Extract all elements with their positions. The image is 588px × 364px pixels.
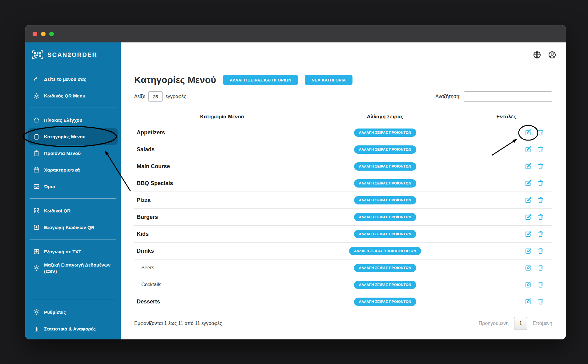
sidebar: SCAN2ORDER Δείτε το μενού σαςΚωδικός QR … (25, 42, 121, 339)
change-order-button[interactable]: ΑΛΛΑΓΗ ΣΕΙΡΑΣ ΠΡΟΪΟΝΤΩΝ (354, 129, 416, 137)
search-input[interactable] (464, 91, 552, 102)
zoom-window-button[interactable] (49, 32, 54, 36)
gear-icon (33, 265, 40, 271)
trash-icon[interactable] (537, 129, 544, 136)
minimize-window-button[interactable] (41, 32, 46, 36)
trash-icon[interactable] (537, 298, 544, 305)
change-order-button[interactable]: ΑΛΛΑΓΗ ΣΕΙΡΑΣ ΠΡΟΪΟΝΤΩΝ (354, 281, 416, 289)
entries-select[interactable]: 25 (148, 91, 163, 102)
trash-icon[interactable] (537, 180, 544, 187)
sidebar-item-settings[interactable]: Ρυθμίσεις (25, 304, 121, 320)
home-icon (33, 117, 40, 123)
sidebar-group: Κωδικοί QRΕξαγωγή Κωδικών QR (25, 202, 121, 235)
pagination-previous[interactable]: Προηγούμενη (479, 321, 509, 326)
sidebar-group: Εξαγωγή σε TXTΜαζική Εισαγωγή Δεδομένων … (25, 243, 121, 276)
sidebar-divider (30, 198, 116, 199)
table-footer: Εμφανίζονται 1 έως 11 από 11 εγγραφές Πρ… (134, 310, 552, 330)
sidebar-item-terms[interactable]: Όροι (25, 178, 121, 195)
sidebar-item-export-qr-codes[interactable]: Εξαγωγή Κωδικών QR (25, 219, 121, 235)
edit-icon[interactable] (525, 247, 532, 255)
change-order-button[interactable]: ΑΛΛΑΓΗ ΣΕΙΡΑΣ ΠΡΟΪΟΝΤΩΝ (354, 179, 416, 188)
commands-cell (460, 196, 552, 204)
edit-icon[interactable] (525, 281, 532, 288)
pagination-next[interactable]: Επόμενη (533, 321, 552, 326)
change-order-button[interactable]: ΑΛΛΑΓΗ ΣΕΙΡΑΣ ΠΡΟΪΟΝΤΩΝ (354, 298, 416, 306)
pagination-page-1[interactable]: 1 (514, 317, 527, 330)
change-order-button[interactable]: ΑΛΛΑΓΗ ΣΕΙΡΑΣ ΠΡΟΪΟΝΤΩΝ (354, 196, 416, 204)
sidebar-item-dashboard[interactable]: Πίνακας Ελέγχου (25, 112, 121, 128)
change-order-button[interactable]: ΑΛΛΑΓΗ ΣΕΙΡΑΣ ΠΡΟΪΟΝΤΩΝ (354, 264, 416, 272)
trash-icon[interactable] (537, 213, 544, 221)
sidebar-item-label: Χαρακτηριστικά (44, 167, 80, 173)
download-icon (33, 224, 40, 231)
app-window: SCAN2ORDER Δείτε το μενού σαςΚωδικός QR … (25, 25, 566, 339)
page-title: Κατηγορίες Μενού (134, 75, 216, 85)
category-name: Pizza (134, 197, 310, 204)
sidebar-item-label: Κωδικοί QR (44, 208, 70, 214)
commands-cell (460, 264, 552, 271)
trash-icon[interactable] (537, 196, 544, 204)
user-icon[interactable] (548, 50, 557, 59)
order-cell: ΑΛΛΑΓΗ ΣΕΙΡΑΣ ΠΡΟΪΟΝΤΩΝ (310, 129, 460, 137)
order-cell: ΑΛΛΑΓΗ ΣΕΙΡΑΣ ΠΡΟΪΟΝΤΩΝ (310, 281, 460, 289)
title-row: Κατηγορίες Μενού ΑΛΛΑΓΗ ΣΕΙΡΑΣ ΚΑΤΗΓΟΡΙΩ… (134, 75, 552, 85)
trash-icon[interactable] (537, 230, 544, 238)
header-commands: Εντολές (460, 114, 552, 120)
sidebar-item-label: Όροι (44, 183, 55, 190)
table-row: PizzaΑΛΛΑΓΗ ΣΕΙΡΑΣ ΠΡΟΪΟΝΤΩΝ (134, 192, 552, 209)
edit-icon[interactable] (525, 180, 532, 187)
sidebar-item-attributes[interactable]: Χαρακτηριστικά (25, 161, 121, 178)
order-cell: ΑΛΛΑΓΗ ΣΕΙΡΑΣ ΠΡΟΪΟΝΤΩΝ (310, 196, 460, 204)
sidebar-nav: Δείτε το μενού σαςΚωδικός QR MenuΠίνακας… (25, 67, 121, 339)
edit-icon[interactable] (525, 230, 532, 238)
close-window-button[interactable] (33, 32, 37, 36)
change-order-button[interactable]: ΑΛΛΑΓΗ ΣΕΙΡΑΣ ΥΠΟΚΑΤΗΓΟΡΙΩΝ (349, 247, 421, 255)
window-titlebar (25, 25, 566, 42)
category-name: Drinks (134, 248, 310, 254)
globe-icon[interactable] (533, 50, 542, 59)
sidebar-item-view-your-menu[interactable]: Δείτε το μενού σας (25, 71, 121, 87)
change-order-button[interactable]: ΑΛΛΑΓΗ ΣΕΙΡΑΣ ΠΡΟΪΟΝΤΩΝ (354, 145, 416, 154)
topbar (121, 42, 566, 67)
trash-icon[interactable] (537, 247, 544, 255)
header-change-order: Αλλαγή Σειράς (310, 114, 460, 120)
change-order-button[interactable]: ΑΛΛΑΓΗ ΣΕΙΡΑΣ ΠΡΟΪΟΝΤΩΝ (354, 162, 416, 171)
entries-suffix-label: εγγραφές (166, 94, 186, 99)
sidebar-item-qr-codes[interactable]: Κωδικοί QR (25, 202, 121, 219)
sidebar-item-menu-products[interactable]: Προϊόντα Μενού (25, 145, 121, 161)
edit-icon[interactable] (525, 298, 532, 305)
edit-icon[interactable] (525, 264, 532, 271)
edit-icon[interactable] (525, 146, 532, 153)
table-info: Εμφανίζονται 1 έως 11 από 11 εγγραφές (134, 321, 222, 326)
category-name: -- Cocktails (134, 282, 310, 287)
new-category-button[interactable]: ΝΕΑ ΚΑΤΗΓΟΡΙΑ (305, 75, 352, 85)
sidebar-item-label: Δείτε το μενού σας (44, 76, 86, 82)
trash-icon[interactable] (537, 146, 544, 153)
sidebar-item-label: Κωδικός QR Menu (44, 93, 85, 99)
sidebar-item-qr-menu-code[interactable]: Κωδικός QR Menu (25, 87, 121, 104)
app-body: SCAN2ORDER Δείτε το μενού σαςΚωδικός QR … (25, 42, 566, 339)
commands-cell (460, 146, 552, 153)
category-name: Appetizers (134, 129, 310, 136)
change-order-button[interactable]: ΑΛΛΑΓΗ ΣΕΙΡΑΣ ΠΡΟΪΟΝΤΩΝ (354, 230, 416, 238)
sidebar-item-bulk-import-csv[interactable]: Μαζική Εισαγωγή Δεδομένων (CSV) (25, 260, 121, 276)
sidebar-item-label: Στατιστικά & Αναφορές (44, 326, 96, 332)
search-control: Αναζήτηση: (435, 91, 552, 102)
search-label: Αναζήτηση: (435, 94, 461, 99)
trash-icon[interactable] (537, 264, 544, 271)
trash-icon[interactable] (537, 281, 544, 288)
edit-icon[interactable] (525, 163, 532, 170)
trash-icon[interactable] (537, 163, 544, 170)
commands-cell (460, 281, 552, 288)
change-order-button[interactable]: ΑΛΛΑΓΗ ΣΕΙΡΑΣ ΠΡΟΪΟΝΤΩΝ (354, 213, 416, 221)
sidebar-item-export-txt[interactable]: Εξαγωγή σε TXT (25, 243, 121, 260)
sidebar-item-statistics-reports[interactable]: Στατιστικά & Αναφορές (25, 320, 121, 337)
sidebar-item-menu-categories[interactable]: Κατηγορίες Μενού (28, 128, 118, 145)
sidebar-item-label: Ρυθμίσεις (44, 309, 66, 315)
edit-icon[interactable] (525, 129, 532, 136)
table-row: AppetizersΑΛΛΑΓΗ ΣΕΙΡΑΣ ΠΡΟΪΟΝΤΩΝ (134, 124, 552, 141)
edit-icon[interactable] (525, 213, 532, 221)
change-category-order-button[interactable]: ΑΛΛΑΓΗ ΣΕΙΡΑΣ ΚΑΤΗΓΟΡΙΩΝ (223, 75, 298, 85)
categories-table: Κατηγορία Μενού Αλλαγή Σειράς Εντολές Ap… (134, 110, 552, 330)
edit-icon[interactable] (525, 196, 532, 204)
